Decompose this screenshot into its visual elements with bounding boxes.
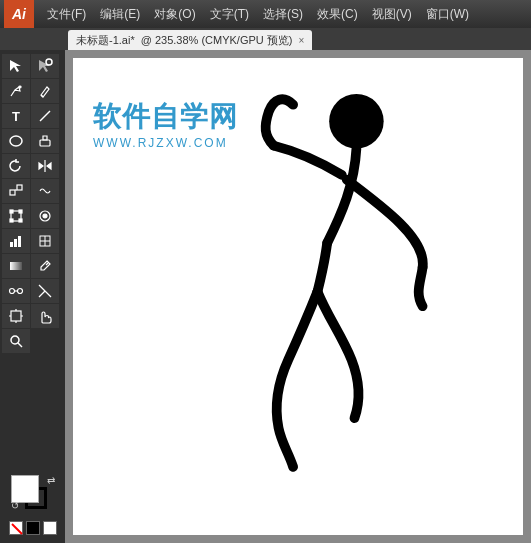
menu-edit[interactable]: 编辑(E) [93,0,147,28]
menu-file[interactable]: 文件(F) [40,0,93,28]
menu-effect[interactable]: 效果(C) [310,0,365,28]
eyedropper-tool[interactable] [31,254,59,278]
reflect-tool[interactable] [31,154,59,178]
svg-line-27 [46,263,48,265]
empty-tool [31,329,59,353]
rotate-tool[interactable] [2,154,30,178]
svg-point-41 [329,94,384,149]
ai-logo: Ai [4,0,34,28]
svg-rect-17 [19,219,22,222]
symbol-tool[interactable] [31,204,59,228]
svg-point-3 [19,86,21,88]
svg-point-19 [43,214,47,218]
menu-view[interactable]: 视图(V) [365,0,419,28]
svg-rect-11 [17,185,22,190]
swatch-white[interactable] [43,521,57,535]
mesh-tool[interactable] [31,229,59,253]
selection-tool[interactable] [2,54,30,78]
svg-marker-8 [39,163,43,169]
tab-close-button[interactable]: × [298,35,304,46]
slice-tool[interactable] [31,279,59,303]
tool-row-shape [2,129,63,153]
fill-color-box[interactable] [11,475,39,503]
svg-rect-14 [10,210,13,213]
title-bar: Ai 文件(F) 编辑(E) 对象(O) 文字(T) 选择(S) 效果(C) 视… [0,0,531,28]
warp-tool[interactable] [31,179,59,203]
document-tab[interactable]: 未标题-1.ai* @ 235.38% (CMYK/GPU 预览) × [68,30,312,50]
color-area: ⇄ ↺ [2,471,63,539]
tool-row-zoom [2,329,63,353]
menu-window[interactable]: 窗口(W) [419,0,476,28]
ellipse-tool[interactable] [2,129,30,153]
tool-row-pen [2,79,63,103]
svg-marker-9 [47,163,51,169]
svg-point-2 [46,59,52,65]
svg-line-32 [39,291,45,297]
type-tool[interactable]: T [2,104,30,128]
hand-tool[interactable] [31,304,59,328]
quick-swatches [4,521,61,535]
svg-rect-22 [18,236,21,247]
stroke-fill-indicator[interactable]: ⇄ ↺ [11,475,55,517]
artboard-tool[interactable] [2,304,30,328]
svg-rect-16 [10,219,13,222]
stick-figure [73,58,523,535]
direct-selection-tool[interactable] [31,54,59,78]
tool-row-scale [2,179,63,203]
gradient-tool[interactable] [2,254,30,278]
svg-line-40 [12,524,22,534]
svg-rect-20 [10,242,13,247]
tool-row-free [2,204,63,228]
svg-rect-33 [11,311,21,321]
swatch-none[interactable] [9,521,23,535]
svg-rect-21 [14,239,17,247]
pen-tool[interactable] [2,79,30,103]
tool-row-artboard [2,304,63,328]
tool-row-transform [2,154,63,178]
menu-select[interactable]: 选择(S) [256,0,310,28]
svg-rect-10 [10,190,15,195]
eraser-tool[interactable] [31,129,59,153]
svg-point-5 [10,136,22,146]
menu-bar: 文件(F) 编辑(E) 对象(O) 文字(T) 选择(S) 效果(C) 视图(V… [34,0,531,28]
svg-point-38 [11,336,19,344]
scale-tool[interactable] [2,179,30,203]
tab-bar: 未标题-1.ai* @ 235.38% (CMYK/GPU 预览) × [0,28,531,50]
svg-rect-6 [40,140,50,146]
menu-type[interactable]: 文字(T) [203,0,256,28]
tool-row-gradient [2,254,63,278]
svg-marker-0 [10,60,21,72]
tool-row-graph [2,229,63,253]
reset-colors-icon[interactable]: ↺ [11,500,19,511]
tool-row-selection [2,54,63,78]
tool-row-blend [2,279,63,303]
swatch-black[interactable] [26,521,40,535]
svg-line-39 [18,343,22,347]
pencil-tool[interactable] [31,79,59,103]
zoom-tool[interactable] [2,329,30,353]
toolbar: T [0,50,65,543]
svg-line-4 [40,111,50,121]
tool-row-type: T [2,104,63,128]
blend-tool[interactable] [2,279,30,303]
svg-point-28 [10,289,15,294]
free-transform-tool[interactable] [2,204,30,228]
canvas[interactable]: 软件自学网 WWW.RJZXW.COM [73,58,523,535]
line-tool[interactable] [31,104,59,128]
svg-marker-1 [39,60,50,72]
svg-rect-26 [10,262,22,270]
main-area: T [0,50,531,543]
menu-object[interactable]: 对象(O) [147,0,202,28]
tab-title: 未标题-1.ai* [76,33,135,48]
canvas-area: 软件自学网 WWW.RJZXW.COM [65,50,531,543]
tab-info: @ 235.38% (CMYK/GPU 预览) [141,33,293,48]
column-graph-tool[interactable] [2,229,30,253]
svg-point-29 [18,289,23,294]
swap-colors-icon[interactable]: ⇄ [47,475,55,486]
svg-rect-15 [19,210,22,213]
